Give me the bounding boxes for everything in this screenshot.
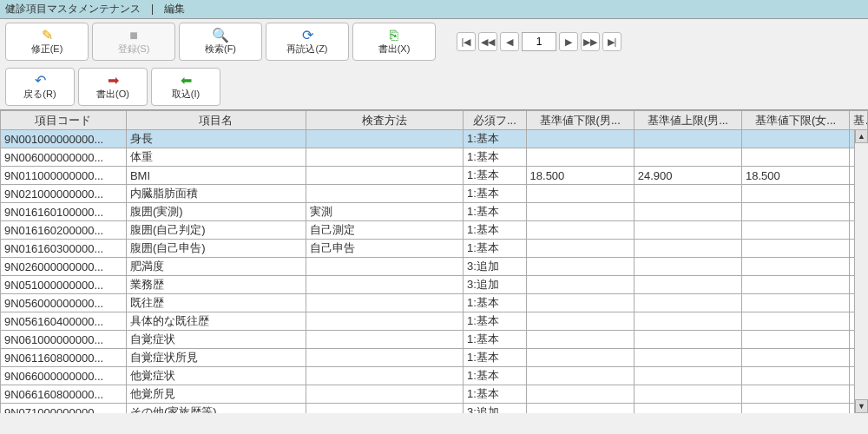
table-cell[interactable]: 9N016160200000... <box>1 221 127 240</box>
table-cell[interactable]: 実測 <box>306 203 463 221</box>
column-header[interactable]: 必須フ... <box>464 111 526 130</box>
column-header[interactable]: 基準値上限(男... <box>634 111 741 130</box>
table-cell[interactable]: 9N016160100000... <box>1 203 127 221</box>
table-cell[interactable]: 1:基本 <box>464 130 526 148</box>
search-button[interactable]: 🔍 検索(F) <box>179 23 262 61</box>
table-row[interactable]: 9N056000000000...既往歴1:基本 <box>1 294 868 312</box>
table-cell[interactable]: 腹囲(自己申告) <box>126 240 306 258</box>
table-cell[interactable] <box>634 185 741 203</box>
table-cell[interactable] <box>526 258 634 276</box>
table-cell[interactable] <box>634 276 741 294</box>
table-cell[interactable] <box>306 258 463 276</box>
table-row[interactable]: 9N006000000000...体重1:基本 <box>1 148 868 167</box>
table-cell[interactable] <box>306 167 463 185</box>
table-cell[interactable]: 1:基本 <box>464 167 526 185</box>
table-row[interactable]: 9N051000000000...業務歴3:追加 <box>1 276 868 294</box>
table-cell[interactable] <box>742 331 850 349</box>
table-cell[interactable]: 9N021000000000... <box>1 185 127 203</box>
table-cell[interactable] <box>526 276 634 294</box>
table-cell[interactable] <box>526 148 634 167</box>
table-cell[interactable]: 身長 <box>126 130 306 148</box>
table-cell[interactable]: 1:基本 <box>464 385 526 404</box>
table-cell[interactable]: 3:追加 <box>464 404 526 414</box>
table-cell[interactable] <box>742 258 850 276</box>
column-header[interactable]: 検査方法 <box>306 111 463 130</box>
table-cell[interactable]: 9N051000000000... <box>1 276 127 294</box>
table-cell[interactable]: 9N016160300000... <box>1 240 127 258</box>
table-cell[interactable] <box>306 294 463 312</box>
table-cell[interactable]: 体重 <box>126 148 306 167</box>
table-row[interactable]: 9N016160100000...腹囲(実測)実測1:基本 <box>1 203 868 221</box>
reload-button[interactable]: ⟳ 再読込(Z) <box>266 23 349 61</box>
table-cell[interactable]: 1:基本 <box>464 203 526 221</box>
table-cell[interactable]: 1:基本 <box>464 185 526 203</box>
table-row[interactable]: 9N016160200000...腹囲(自己判定)自己測定1:基本 <box>1 221 868 240</box>
table-cell[interactable]: BMI <box>126 167 306 185</box>
pager-next-fast-button[interactable]: ▶▶ <box>581 32 600 51</box>
table-cell[interactable] <box>634 258 741 276</box>
table-cell[interactable]: 9N071000000000... <box>1 404 127 414</box>
table-cell[interactable]: 腹囲(実測) <box>126 203 306 221</box>
table-cell[interactable] <box>306 130 463 148</box>
table-cell[interactable] <box>306 404 463 414</box>
edit-button[interactable]: ✎ 修正(E) <box>5 23 89 61</box>
table-cell[interactable] <box>526 312 634 331</box>
table-cell[interactable]: 肥満度 <box>126 258 306 276</box>
table-cell[interactable] <box>526 203 634 221</box>
table-cell[interactable] <box>526 294 634 312</box>
table-row[interactable]: 9N066000000000...他覚症状1:基本 <box>1 367 868 385</box>
table-cell[interactable]: 3:追加 <box>464 258 526 276</box>
table-row[interactable]: 9N021000000000...内臓脂肪面積1:基本 <box>1 185 868 203</box>
table-cell[interactable]: 業務歴 <box>126 276 306 294</box>
table-cell[interactable] <box>526 185 634 203</box>
table-cell[interactable] <box>742 404 850 414</box>
back-button[interactable]: ↶ 戻る(R) <box>5 68 75 106</box>
table-cell[interactable] <box>306 349 463 367</box>
table-cell[interactable]: 1:基本 <box>464 349 526 367</box>
table-cell[interactable]: 9N066160800000... <box>1 385 127 404</box>
table-cell[interactable] <box>306 385 463 404</box>
table-cell[interactable] <box>634 148 741 167</box>
table-cell[interactable] <box>742 240 850 258</box>
table-cell[interactable]: 1:基本 <box>464 294 526 312</box>
table-cell[interactable] <box>306 367 463 385</box>
table-row[interactable]: 9N056160400000...具体的な既往歴1:基本 <box>1 312 868 331</box>
table-cell[interactable] <box>526 404 634 414</box>
table-cell[interactable] <box>742 203 850 221</box>
table-cell[interactable]: 1:基本 <box>464 331 526 349</box>
table-cell[interactable]: 他覚所見 <box>126 385 306 404</box>
table-cell[interactable]: 自覚症状 <box>126 331 306 349</box>
table-cell[interactable]: 1:基本 <box>464 221 526 240</box>
data-grid[interactable]: 項目コード項目名検査方法必須フ...基準値下限(男...基準値上限(男...基準… <box>0 109 868 413</box>
table-cell[interactable]: 9N006000000000... <box>1 148 127 167</box>
table-cell[interactable] <box>526 331 634 349</box>
table-cell[interactable] <box>742 185 850 203</box>
export2-button[interactable]: ➡ 書出(O) <box>78 68 148 106</box>
scroll-down-icon[interactable]: ▼ <box>855 399 868 413</box>
scroll-up-icon[interactable]: ▲ <box>855 129 868 143</box>
table-cell[interactable] <box>742 349 850 367</box>
table-cell[interactable] <box>526 385 634 404</box>
table-cell[interactable] <box>634 221 741 240</box>
table-cell[interactable]: 9N011000000000... <box>1 167 127 185</box>
column-header[interactable]: 項目名 <box>126 111 306 130</box>
table-cell[interactable] <box>526 130 634 148</box>
table-cell[interactable] <box>306 276 463 294</box>
table-cell[interactable]: 9N066000000000... <box>1 367 127 385</box>
table-cell[interactable] <box>742 312 850 331</box>
table-cell[interactable] <box>742 130 850 148</box>
table-cell[interactable] <box>634 294 741 312</box>
pager-next-button[interactable]: ▶ <box>559 32 578 51</box>
table-cell[interactable] <box>634 385 741 404</box>
table-cell[interactable]: 具体的な既往歴 <box>126 312 306 331</box>
table-cell[interactable] <box>742 367 850 385</box>
column-header[interactable]: 基準値下限(男... <box>526 111 634 130</box>
table-cell[interactable] <box>526 240 634 258</box>
table-cell[interactable] <box>526 367 634 385</box>
table-cell[interactable] <box>634 130 741 148</box>
table-cell[interactable]: 24.900 <box>634 167 741 185</box>
column-header[interactable]: 基 <box>850 111 868 130</box>
table-cell[interactable]: 9N056160400000... <box>1 312 127 331</box>
table-cell[interactable]: 自己測定 <box>306 221 463 240</box>
table-cell[interactable]: 3:追加 <box>464 276 526 294</box>
